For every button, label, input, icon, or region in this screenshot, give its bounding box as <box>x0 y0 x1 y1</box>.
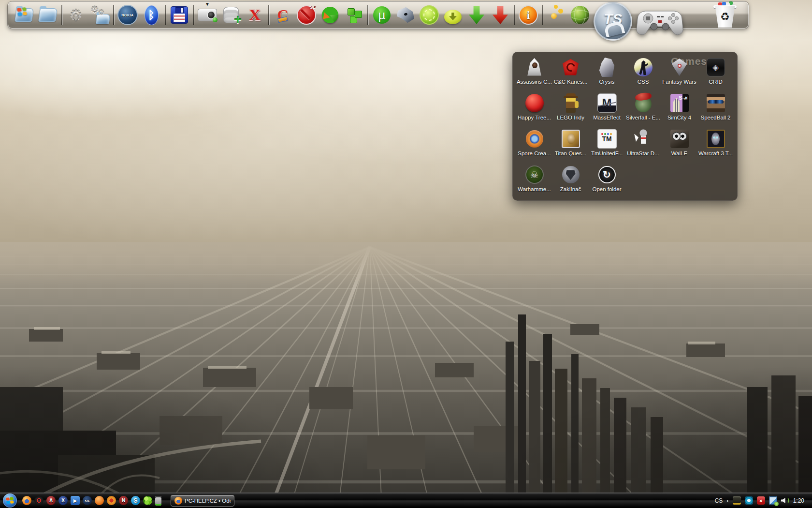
stack-item-silverfall[interactable]: Silverfall - E... <box>625 93 661 129</box>
stack-item-ultrastar[interactable]: UltraStar D... <box>625 129 661 165</box>
icq-icon[interactable] <box>143 496 152 505</box>
tray-security-alert-icon[interactable]: × <box>757 496 765 505</box>
tray-network-icon[interactable] <box>769 496 777 505</box>
aimp-icon[interactable]: A <box>46 496 56 505</box>
stack-grid: Assassins C... C&C Kanes... Crysis CSS F… <box>513 52 737 204</box>
firefox-icon[interactable] <box>22 496 31 505</box>
installer-gear-icon[interactable]: ⚙ <box>66 5 86 25</box>
media-player-icon[interactable]: ▶ <box>71 496 80 505</box>
strongdc-icon[interactable] <box>95 496 104 505</box>
globe-shape <box>571 6 589 24</box>
stack-item-walle[interactable]: Wall-E <box>661 129 697 165</box>
wolf-p2p-icon[interactable] <box>395 5 416 25</box>
dock-separator <box>165 5 166 25</box>
stack-item-label: SimCity 4 <box>667 115 691 120</box>
stack-item-zaklinac[interactable]: Zaklínač <box>552 165 589 201</box>
games-stack-popup: Games Assassins C... C&C Kanes... Crysis… <box>512 52 738 201</box>
stack-item-label: CSS <box>638 79 649 85</box>
system-tray: CS ‹ × 1:20 <box>715 496 809 505</box>
system-settings-icon[interactable]: ⚙ ⚙ <box>89 5 110 25</box>
stack-item-open-folder[interactable]: ↻ Open folder <box>589 165 625 201</box>
wallpaper-city <box>0 242 812 508</box>
stack-item-css[interactable]: CSS <box>625 58 661 93</box>
stack-item-speedball2[interactable]: SpeedBall 2 <box>697 93 734 129</box>
witcher-medallion-icon <box>562 166 580 183</box>
quick-launch: O A X ▶ KIS N S <box>22 496 161 506</box>
warhammer-skull-icon: ☠ <box>525 165 544 184</box>
web-globe-icon[interactable] <box>570 5 590 25</box>
stack-item-spore[interactable]: Spore Crea... <box>516 129 552 165</box>
uninstall-x-icon[interactable]: X <box>245 5 265 25</box>
stack-item-label: C&C Kanes... <box>554 79 588 85</box>
download-orb-icon[interactable] <box>443 5 463 25</box>
stack-item-label: Open folder <box>592 186 621 192</box>
nokia-suite-icon[interactable]: NOKIA <box>117 5 138 25</box>
counter-strike-icon <box>634 58 652 76</box>
tray-antivirus-eye-icon[interactable] <box>745 496 753 505</box>
tray-volume-icon[interactable] <box>781 496 789 505</box>
registry-cubes-icon[interactable] <box>344 5 364 25</box>
stack-item-warhammer[interactable]: ☠ Warhamme... <box>516 165 552 201</box>
bluetooth-icon[interactable]: ᛒ <box>141 5 161 25</box>
task-button-pchelp[interactable]: PC-HELP.CZ • Odesl... <box>171 495 234 507</box>
stack-item-label: Zaklínač <box>560 186 581 192</box>
ccleaner-icon[interactable]: C <box>273 5 293 25</box>
stack-item-label: MassEffect <box>593 115 621 120</box>
limewire-icon[interactable] <box>419 5 439 25</box>
documents-folder-icon[interactable] <box>38 5 58 25</box>
download-green-arrow-icon[interactable] <box>466 5 487 25</box>
dock-separator <box>193 5 194 25</box>
stack-item-titan-quest[interactable]: Titan Ques... <box>552 129 589 165</box>
stack-item-trackmania[interactable]: TM TmUnitedF... <box>589 129 625 165</box>
red-arrow-shape <box>493 6 508 24</box>
tray-webcam-icon[interactable] <box>733 496 741 505</box>
crysis-nanosuit-icon <box>599 58 615 77</box>
stack-item-label: TmUnitedF... <box>591 150 623 156</box>
tray-collapse-chevron-icon[interactable]: ‹ <box>726 497 728 504</box>
stack-item-happy-tree-friends[interactable]: Happy Tree... <box>516 93 552 129</box>
start-button[interactable] <box>3 493 17 508</box>
database-add-icon[interactable] <box>221 5 241 25</box>
cnc-shield-icon <box>562 59 580 76</box>
stack-item-cnc-kanes-wrath[interactable]: C&C Kanes... <box>552 58 589 93</box>
kaspersky-icon[interactable]: KIS <box>83 496 92 505</box>
stack-item-masseffect[interactable]: M MassEffect <box>589 93 625 129</box>
ccleaner-glyph: C <box>277 7 288 23</box>
utorrent-icon[interactable]: µ <box>372 5 392 25</box>
nero-icon[interactable]: N <box>119 496 128 505</box>
dock-separator <box>542 5 543 25</box>
save-floppy-icon[interactable] <box>169 5 189 25</box>
messenger-dots-icon[interactable] <box>546 5 566 25</box>
gamepad-icon[interactable] <box>636 5 684 41</box>
recycle-bin-icon[interactable]: ♻ <box>712 1 738 29</box>
info-icon[interactable]: i <box>518 5 538 25</box>
skype-icon[interactable]: S <box>131 496 140 505</box>
camera-shape <box>198 9 217 21</box>
stack-item-lego-indy[interactable]: LEGO Indy <box>552 93 589 129</box>
stack-item-label: Wall-E <box>671 150 687 156</box>
clock[interactable]: 1:20 <box>793 497 804 504</box>
xfire-icon[interactable]: X <box>58 496 68 505</box>
disk-usage-pie-icon[interactable] <box>320 5 340 25</box>
teamspeak-icon[interactable]: TS <box>594 2 632 41</box>
no-entry-shape <box>297 5 316 25</box>
opera-icon[interactable]: O <box>34 496 44 505</box>
language-indicator[interactable]: CS <box>715 497 723 504</box>
masseffect-m-icon: M <box>597 93 617 113</box>
stack-item-fantasy-wars[interactable]: Fantasy Wars <box>661 58 697 93</box>
windows-folder-icon[interactable] <box>14 5 34 25</box>
adaware-icon[interactable] <box>296 5 317 25</box>
trackmania-tm-icon: TM <box>597 129 617 149</box>
stack-item-simcity4[interactable]: SimCity 4 <box>661 93 697 129</box>
stack-item-grid[interactable]: ◈ GRID <box>697 58 734 93</box>
stack-item-label: Assassins C... <box>517 79 552 85</box>
camera-icon[interactable] <box>197 5 218 25</box>
stack-item-assassins-creed[interactable]: Assassins C... <box>516 58 552 93</box>
stack-item-warcraft3[interactable]: Warcraft 3 T... <box>697 129 734 165</box>
daemon-tools-icon[interactable] <box>107 496 116 505</box>
stack-item-crysis[interactable]: Crysis <box>589 58 625 93</box>
floppy-shape <box>171 6 188 24</box>
fantasy-wars-emblem-icon <box>672 59 687 76</box>
download-red-arrow-icon[interactable] <box>490 5 510 25</box>
mobile-phone-icon[interactable] <box>155 496 161 506</box>
